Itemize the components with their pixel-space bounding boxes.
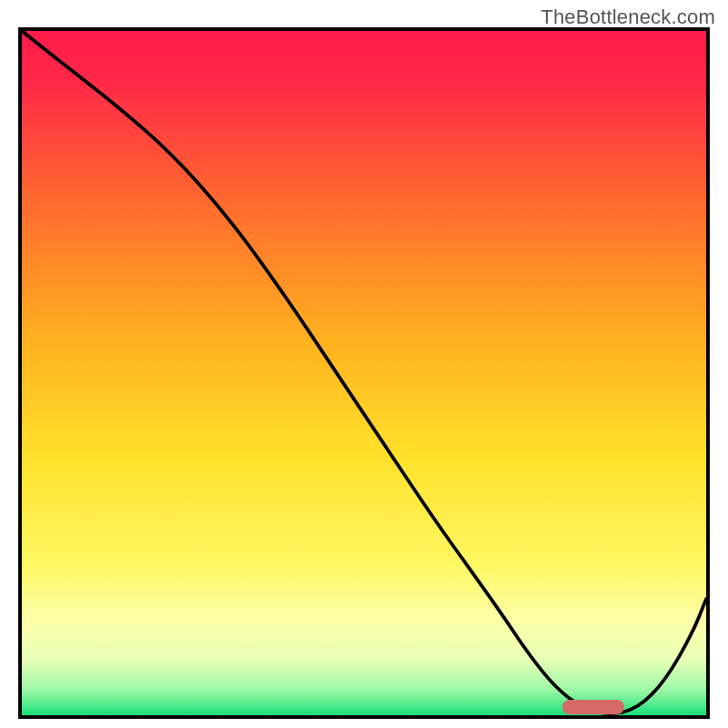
curve-layer <box>22 31 706 715</box>
canvas-root: TheBottleneck.com <box>0 0 728 728</box>
bottleneck-curve <box>22 31 706 713</box>
plot-area <box>22 31 706 715</box>
minimum-marker <box>562 700 624 714</box>
plot-frame <box>18 27 710 719</box>
watermark-text: TheBottleneck.com <box>541 5 715 29</box>
